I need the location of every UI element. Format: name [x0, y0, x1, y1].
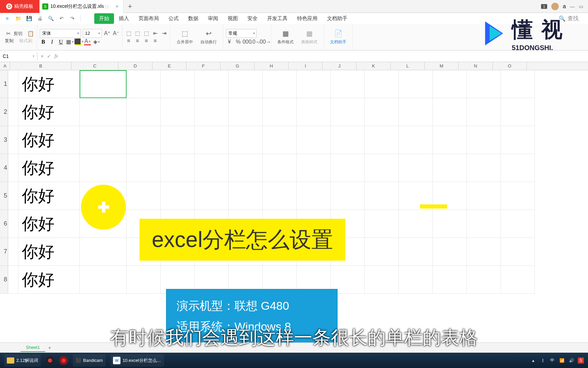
cell[interactable]	[501, 238, 535, 266]
cell[interactable]	[501, 154, 535, 182]
cell[interactable]	[195, 70, 229, 98]
pin-icon[interactable]: □	[105, 4, 111, 9]
col-header[interactable]: D	[118, 62, 152, 70]
cell[interactable]	[365, 70, 399, 98]
col-header[interactable]: J	[323, 62, 357, 70]
cell[interactable]	[80, 238, 127, 266]
tab-insert[interactable]: 插入	[114, 13, 134, 24]
cell[interactable]	[195, 154, 229, 182]
tab-view[interactable]: 视图	[223, 13, 243, 24]
italic-button[interactable]: I	[49, 39, 55, 45]
font-name-select[interactable]: 宋体	[40, 29, 81, 38]
doc-helper-button[interactable]: 📄 文档助手	[327, 29, 350, 45]
cell[interactable]	[80, 154, 127, 182]
tab-page-layout[interactable]: 页面布局	[134, 13, 164, 24]
cell[interactable]	[8, 126, 18, 154]
cell[interactable]	[263, 126, 297, 154]
cell[interactable]	[399, 126, 433, 154]
cell[interactable]	[8, 182, 18, 210]
row-header[interactable]: 3	[0, 126, 8, 154]
cell[interactable]: 你好	[18, 70, 80, 98]
col-header[interactable]: L	[391, 62, 425, 70]
conditional-format-button[interactable]: ▦ 条件格式	[274, 29, 297, 45]
font-color-icon[interactable]: A▾	[84, 39, 91, 45]
tab-start[interactable]: 开始	[94, 13, 114, 24]
save-icon[interactable]: 💾	[24, 14, 33, 23]
record-button-dark[interactable]	[46, 356, 54, 365]
col-header[interactable]: H	[255, 62, 289, 70]
decrease-decimal-icon[interactable]: .00→	[261, 39, 268, 45]
notification-badge[interactable]: 1	[541, 4, 547, 9]
col-header[interactable]: B	[10, 62, 71, 70]
col-header[interactable]: G	[220, 62, 255, 70]
merge-center-button[interactable]: ⬚ 合并居中	[173, 29, 196, 45]
tab-data[interactable]: 数据	[183, 13, 203, 24]
taskbar-bandicam[interactable]: ⬛ Bandicam	[73, 354, 105, 367]
cell[interactable]	[80, 266, 127, 294]
cell[interactable]	[365, 98, 399, 126]
row-header[interactable]: 8	[0, 266, 8, 294]
cell[interactable]	[467, 154, 501, 182]
taskbar-folder[interactable]: 2.12解说词	[4, 354, 41, 367]
menu-icon[interactable]: ≡	[3, 14, 12, 23]
align-justify-icon[interactable]: ≡	[152, 37, 159, 44]
row-header[interactable]: 2	[0, 98, 8, 126]
tray-bluetooth-icon[interactable]: ᛒ	[540, 357, 546, 364]
cell[interactable]: 你好	[18, 210, 80, 238]
tab-review[interactable]: 审阅	[203, 13, 223, 24]
cell[interactable]	[161, 182, 195, 210]
col-header[interactable]: O	[493, 62, 527, 70]
close-icon[interactable]: ×	[116, 4, 118, 9]
tab-formula[interactable]: 公式	[164, 13, 183, 24]
new-tab-button[interactable]: +	[124, 2, 136, 11]
tray-volume-icon[interactable]: 🔊	[568, 357, 574, 364]
col-header[interactable]: I	[289, 62, 323, 70]
cancel-formula-icon[interactable]: ×	[41, 53, 44, 59]
tab-template[interactable]: D 稿壳模板	[0, 0, 39, 13]
decrease-font-icon[interactable]: A⁻	[113, 30, 119, 37]
cell[interactable]	[8, 238, 18, 266]
cell[interactable]	[331, 98, 365, 126]
cell[interactable]	[8, 98, 18, 126]
cell[interactable]	[8, 154, 18, 182]
cell[interactable]	[501, 70, 535, 98]
cell[interactable]	[229, 70, 263, 98]
copy-button[interactable]: 复制	[5, 38, 14, 44]
cell[interactable]	[297, 126, 331, 154]
align-center-icon[interactable]: ≡	[134, 37, 141, 44]
effects-icon[interactable]: ◈▾	[93, 39, 100, 45]
paste-icon[interactable]: 📋	[27, 30, 34, 37]
name-box[interactable]: C1 ▾	[0, 52, 37, 60]
col-header[interactable]: E	[152, 62, 186, 70]
cell[interactable]	[195, 182, 229, 210]
cell[interactable]	[433, 98, 467, 126]
avatar[interactable]	[551, 3, 559, 10]
cell[interactable]	[80, 126, 127, 154]
align-middle-icon[interactable]: ⬚	[134, 30, 141, 37]
scissors-icon[interactable]: ✂	[5, 30, 12, 37]
cell[interactable]	[433, 126, 467, 154]
wrap-text-button[interactable]: ↩ 自动换行	[197, 29, 220, 45]
border-icon[interactable]: ▦▾	[66, 39, 73, 45]
cell[interactable]	[263, 154, 297, 182]
row-header[interactable]: 1	[0, 70, 8, 98]
cell[interactable]	[8, 266, 18, 294]
chevron-down-icon[interactable]: ▾	[33, 54, 34, 58]
underline-button[interactable]: U	[58, 39, 64, 45]
cell[interactable]	[501, 210, 535, 238]
cell[interactable]	[433, 154, 467, 182]
cell[interactable]	[365, 266, 399, 294]
tray-ime-icon[interactable]: 中	[549, 357, 555, 364]
sheet-tab[interactable]: Sheet1	[20, 343, 45, 352]
cell[interactable]	[467, 98, 501, 126]
cell[interactable]	[331, 154, 365, 182]
tab-security[interactable]: 安全	[243, 13, 262, 24]
row-header[interactable]: 6	[0, 210, 8, 238]
cell[interactable]	[297, 182, 331, 210]
cut-button[interactable]: 剪切	[14, 31, 22, 37]
tray-app-icon[interactable]: S	[578, 357, 584, 364]
cell[interactable]	[297, 154, 331, 182]
col-header[interactable]: M	[425, 62, 459, 70]
cell[interactable]	[8, 210, 18, 238]
cell[interactable]	[80, 98, 127, 126]
